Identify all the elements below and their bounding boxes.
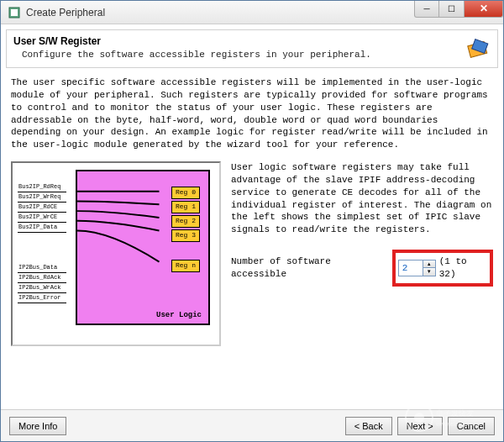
titlebar[interactable]: Create Peripheral ─ ☐ ✕ [1,1,503,24]
signal-label: IP2Bus_WrAck [18,284,66,292]
register-count-range: (1 to 32) [439,255,487,281]
intro-text: The user specific software accessible re… [11,76,493,151]
content-area: The user specific software accessible re… [1,68,503,409]
signal-label: Bus2IP_RdCE [18,203,66,212]
signal-label: Bus2IP_WrReq [18,193,66,202]
wizard-icon [464,35,491,62]
maximize-button[interactable]: ☐ [439,1,465,18]
diagram: Reg 0 Reg 1 Reg 2 Reg 3 Reg n User Logic… [11,161,221,346]
diagram-wires [77,171,208,324]
signal-label: Bus2IP_Data [18,224,66,232]
spinner-up-button[interactable]: ▲ [423,260,435,268]
signal-label: IP2Bus_Data [18,264,66,272]
register-count-row: Number of software accessible ▲ ▼ (1 to … [231,250,493,287]
close-button[interactable]: ✕ [465,1,503,18]
user-logic-block: Reg 0 Reg 1 Reg 2 Reg 3 Reg n User Logic [76,170,210,325]
app-icon [8,6,21,19]
window-title: Create Peripheral [26,7,414,18]
page-title: User S/W Register [13,35,464,47]
register-count-spinner[interactable]: ▲ ▼ [398,260,436,276]
register-count-label: Number of software accessible [231,255,389,281]
highlight-box: ▲ ▼ (1 to 32) [392,250,493,287]
back-button[interactable]: < Back [345,417,392,435]
spinner-down-button[interactable]: ▼ [423,268,435,276]
cancel-button[interactable]: Cancel [448,417,495,435]
more-info-button[interactable]: More Info [9,417,66,435]
dialog-window: Create Peripheral ─ ☐ ✕ User S/W Registe… [0,0,504,442]
next-button[interactable]: Next > [397,417,443,435]
minimize-button[interactable]: ─ [414,1,439,18]
window-controls: ─ ☐ ✕ [414,1,503,18]
description-text: User logic software registers may take f… [231,161,493,236]
wizard-header: User S/W Register Configure the software… [6,29,498,68]
svg-rect-1 [11,9,18,16]
signal-label: Bus2IP_WrCE [18,213,66,222]
page-subtitle: Configure the software accessible regist… [13,50,464,60]
wizard-footer: More Info < Back Next > Cancel 电子发烧友 www… [1,409,503,441]
signal-label: IP2Bus_Error [18,294,66,303]
register-count-input[interactable] [399,260,423,276]
signal-label: Bus2IP_RdReq [18,183,66,192]
signal-label: IP2Bus_RdAck [18,274,66,282]
right-column: User logic software registers may take f… [231,161,493,346]
